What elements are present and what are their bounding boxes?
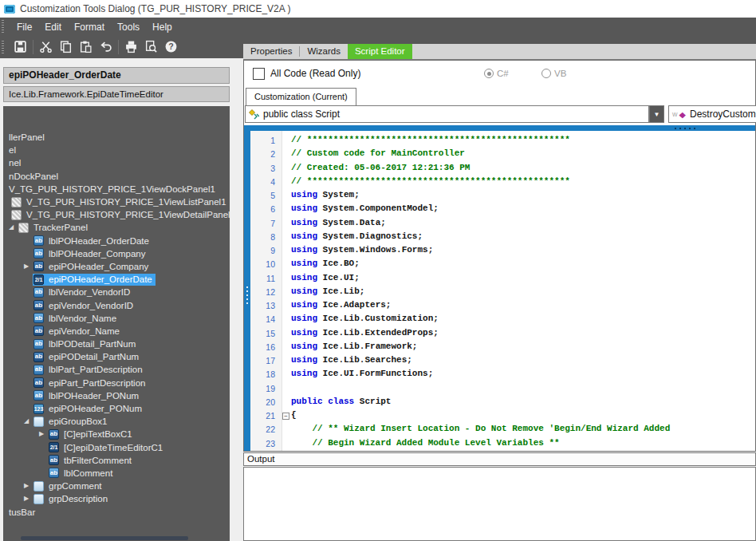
code-line-16[interactable]: 16using Ice.Lib.Framework; xyxy=(244,341,755,354)
tree-item-epipoheader-company[interactable]: ▶abepiPOHeader_Company xyxy=(3,260,230,273)
code-line-22[interactable]: 22 // ** Wizard Insert Location - Do Not… xyxy=(244,423,755,436)
tree-item-epipoheader-orderdate[interactable]: 2/1epiPOHeader_OrderDate xyxy=(3,273,230,286)
tab-script-editor[interactable]: Script Editor xyxy=(348,44,412,59)
tree-item-lblvendor-vendorid[interactable]: ablblVendor_VendorID xyxy=(3,286,230,298)
tree-item-v-tg-pur-history-price-1viewdockpanel1[interactable]: V_TG_PUR_HISTORY_PRICE_1ViewDockPanel1 xyxy=(3,183,230,195)
tree-item-lblvendor-name[interactable]: ablblVendor_Name xyxy=(3,312,230,325)
code-line-3[interactable]: 3// Created: 05-06-2017 12:21:36 PM xyxy=(244,162,755,176)
code-line-8[interactable]: 8using System.Diagnostics; xyxy=(244,231,755,244)
code-line-19[interactable]: 19 xyxy=(244,382,755,396)
tree-item-nel[interactable]: nel xyxy=(3,156,230,169)
code-line-9[interactable]: 9using System.Windows.Forms; xyxy=(244,244,755,258)
tree-item-lblpoheader-ponum[interactable]: ablblPOHeader_PONum xyxy=(3,389,230,402)
cut-button[interactable] xyxy=(36,38,56,57)
menu-item-format[interactable]: Format xyxy=(68,19,111,35)
horizontal-splitter-grip[interactable] xyxy=(675,128,676,129)
code-editor[interactable]: 1// ************************************… xyxy=(244,131,755,451)
code-line-7[interactable]: 7using System.Data; xyxy=(244,217,755,231)
tree-item--c-epidatetimeeditorc1[interactable]: 2/1[C]epiDateTimeEditorC1 xyxy=(3,441,230,454)
code-text: using Ice.Lib.ExtendedProps; xyxy=(291,328,439,338)
method-selector-combo[interactable]: w◆ DestroyCustomC xyxy=(668,105,756,123)
expand-arrow-icon[interactable]: ▶ xyxy=(24,483,33,489)
copy-button[interactable] xyxy=(56,38,76,57)
code-line-5[interactable]: 5using System; xyxy=(244,189,755,203)
code-line-15[interactable]: 15using Ice.Lib.ExtendedProps; xyxy=(244,327,755,341)
save-button[interactable] xyxy=(10,38,30,57)
tree-item-epipodetail-partnum[interactable]: abepiPODetail_PartNum xyxy=(3,350,230,363)
expand-arrow-icon[interactable]: ▶ xyxy=(39,431,48,437)
print-button[interactable] xyxy=(121,38,141,57)
tree-item-ndockpanel[interactable]: nDockPanel xyxy=(3,170,230,183)
tree-item-epigroupbox1[interactable]: ◢epiGroupBox1 xyxy=(3,415,230,428)
tab-wizards[interactable]: Wizards xyxy=(300,44,348,59)
horizontal-splitter[interactable] xyxy=(244,125,755,131)
tree-item-tbfiltercomment[interactable]: abtbFilterComment xyxy=(3,454,230,467)
tree-item-epipart-partdescription[interactable]: abepiPart_PartDescription xyxy=(3,377,230,389)
tree-item-lblpoheader-company[interactable]: ablblPOHeader_Company xyxy=(3,247,230,260)
all-code-checkbox[interactable] xyxy=(253,68,265,80)
tree-item-lblpart-partdescription[interactable]: ablblPart_PartDescription xyxy=(3,363,230,376)
tree-item-v-tg-pur-history-price-1viewlistpanel1[interactable]: V_TG_PUR_HISTORY_PRICE_1ViewListPanel1 xyxy=(3,195,230,208)
code-line-1[interactable]: 1// ************************************… xyxy=(244,134,755,148)
menu-item-help[interactable]: Help xyxy=(146,19,179,35)
label-control-icon: ab xyxy=(33,235,44,246)
tree-item-epivendor-vendorid[interactable]: abepiVendor_VendorID xyxy=(3,298,230,311)
tree-item-tusbar[interactable]: tusBar xyxy=(3,505,230,518)
tree-item-content: nel xyxy=(8,157,24,168)
help-button[interactable]: ? xyxy=(161,38,181,57)
collapse-arrow-icon[interactable]: ◢ xyxy=(24,418,33,425)
tree-horizontal-scrollbar[interactable] xyxy=(3,535,230,541)
code-line-2[interactable]: 2// Custom code for MainController xyxy=(244,148,755,161)
line-number: 7 xyxy=(250,219,275,228)
dropdown-arrow-icon[interactable]: ▼ xyxy=(649,105,664,123)
tree-item-el[interactable]: el xyxy=(3,144,230,156)
code-line-18[interactable]: 18using Ice.UI.FormFunctions; xyxy=(244,368,755,381)
tree-scrollbar-thumb[interactable] xyxy=(21,536,188,540)
tree-item-lblcomment[interactable]: ablblComment xyxy=(3,467,230,480)
collapse-arrow-icon[interactable]: ◢ xyxy=(9,224,18,231)
undo-button[interactable] xyxy=(96,38,116,57)
code-line-17[interactable]: 17using Ice.Lib.Searches; xyxy=(244,354,755,368)
tree-item--c-epitextboxc1[interactable]: ▶ab[C]epiTextBoxC1 xyxy=(3,428,230,440)
menu-item-tools[interactable]: Tools xyxy=(111,19,146,35)
tree-item-llerpanel[interactable]: llerPanel xyxy=(3,131,230,144)
code-line-21[interactable]: 21−{ xyxy=(244,409,755,423)
tree-item-trackerpanel[interactable]: ◢TrackerPanel xyxy=(3,221,230,234)
tree-item-grpdescription[interactable]: ▶grpDescription xyxy=(3,492,230,505)
code-line-23[interactable]: 23 // Begin Wizard Added Module Level Va… xyxy=(244,437,755,451)
tree-item-content: V_TG_PUR_HISTORY_PRICE_1ViewDockPanel1 xyxy=(8,184,219,195)
tab-properties[interactable]: Properties xyxy=(243,44,299,59)
expand-arrow-icon[interactable]: ▶ xyxy=(24,496,33,502)
code-text: // Custom code for MainController xyxy=(291,148,465,158)
output-panel[interactable] xyxy=(243,467,756,541)
tree-item-lblpoheader-orderdate[interactable]: ablblPOHeader_OrderDate xyxy=(3,235,230,247)
code-line-13[interactable]: 13using Ice.Adapters; xyxy=(244,299,755,313)
code-line-4[interactable]: 4// ************************************… xyxy=(244,176,755,189)
code-line-10[interactable]: 10using Ice.BO; xyxy=(244,258,755,271)
menu-grip[interactable] xyxy=(2,20,4,33)
tab-customization-current[interactable]: Customization (Current) xyxy=(246,88,356,105)
code-line-11[interactable]: 11using Ice.UI; xyxy=(244,272,755,286)
fold-toggle-icon[interactable]: − xyxy=(282,413,289,420)
language-radio-csharp[interactable] xyxy=(484,69,494,78)
class-selector-combo[interactable]: public class Script xyxy=(245,105,649,123)
paste-button[interactable] xyxy=(76,38,96,57)
code-line-14[interactable]: 14using Ice.Lib.Customization; xyxy=(244,313,755,326)
tree-item-grpcomment[interactable]: ▶grpComment xyxy=(3,480,230,492)
code-text: using Ice.Lib.Framework; xyxy=(291,342,417,351)
code-line-20[interactable]: 20public class Script xyxy=(244,396,755,409)
tree-item-v-tg-pur-history-price-1viewdetailpanel1[interactable]: V_TG_PUR_HISTORY_PRICE_1ViewDetailPanel1 xyxy=(3,208,230,221)
code-line-6[interactable]: 6using System.ComponentModel; xyxy=(244,203,755,216)
menu-item-file[interactable]: File xyxy=(10,19,38,35)
print-preview-button[interactable] xyxy=(141,38,161,57)
code-line-12[interactable]: 12using Ice.Lib; xyxy=(244,286,755,299)
menu-item-edit[interactable]: Edit xyxy=(38,19,68,35)
toolbar-grip[interactable] xyxy=(2,41,4,53)
tree-item-label: lblVendor_VendorID xyxy=(49,287,130,297)
tree-item-epivendor-name[interactable]: abepiVendor_Name xyxy=(3,325,230,338)
expand-arrow-icon[interactable]: ▶ xyxy=(24,263,33,270)
tree-item-epipoheader-ponum[interactable]: 123epiPOHeader_PONum xyxy=(3,402,230,415)
tree-item-lblpodetail-partnum[interactable]: ablblPODetail_PartNum xyxy=(3,338,230,350)
control-tree[interactable]: llerPanelelnelnDockPanelV_TG_PUR_HISTORY… xyxy=(3,106,230,541)
language-radio-vb[interactable] xyxy=(541,69,551,78)
